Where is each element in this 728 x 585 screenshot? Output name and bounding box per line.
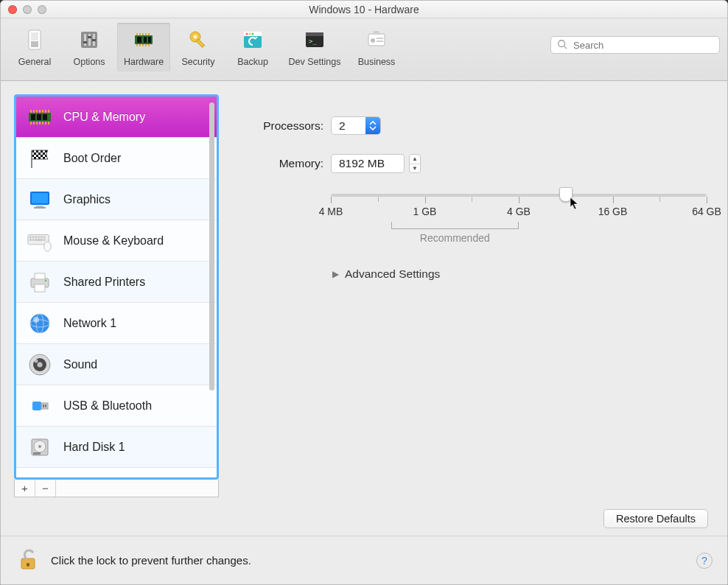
svg-rect-39	[377, 41, 383, 42]
slider-track	[331, 194, 707, 197]
globe-icon	[27, 310, 53, 337]
svg-rect-92	[41, 403, 48, 409]
svg-rect-15	[148, 33, 150, 35]
flag-icon	[27, 145, 53, 172]
svg-rect-14	[145, 33, 147, 35]
svg-rect-47	[42, 110, 43, 113]
svg-rect-51	[33, 122, 35, 125]
switch-icon	[21, 26, 49, 54]
toolbar-dev-settings[interactable]: >_ Dev Settings	[281, 23, 349, 71]
svg-rect-77	[43, 239, 46, 241]
chip-icon	[130, 26, 158, 54]
close-window-button[interactable]	[8, 5, 17, 14]
memory-field[interactable]: 8192 MB	[331, 154, 405, 173]
svg-rect-45	[36, 110, 38, 113]
sidebar-item-cpu-memory[interactable]: CPU & Memory	[16, 97, 217, 138]
sidebar-item-sound[interactable]: Sound	[16, 344, 217, 385]
processors-label: Processors:	[235, 119, 331, 133]
search-input[interactable]	[572, 39, 713, 52]
svg-rect-4	[84, 34, 86, 46]
svg-rect-73	[43, 236, 46, 238]
recommended-bracket	[391, 222, 519, 229]
usb-icon	[27, 393, 53, 419]
toolbar-label: Backup	[237, 57, 268, 67]
sidebar-item-usb-bluetooth[interactable]: USB & Bluetooth	[16, 385, 217, 427]
svg-rect-93	[43, 404, 44, 407]
svg-rect-26	[196, 39, 204, 47]
sidebar-item-label: Boot Order	[63, 152, 121, 165]
terminal-icon: >_	[301, 26, 329, 54]
remove-button[interactable]: −	[35, 480, 56, 497]
cpu-memory-panel: Processors: 2 Memory: 8192 MB ▲	[235, 94, 715, 497]
chevron-down-icon: ▼	[410, 164, 420, 173]
svg-rect-43	[30, 110, 32, 113]
disclosure-triangle-icon: ▶	[332, 269, 339, 279]
window-title: Windows 10 - Hardware	[309, 4, 419, 15]
restore-defaults-button[interactable]: Restore Defaults	[603, 509, 708, 528]
memory-stepper[interactable]: ▲ ▼	[409, 154, 421, 173]
svg-rect-23	[148, 37, 151, 43]
svg-rect-80	[35, 273, 45, 279]
search-icon	[557, 39, 567, 52]
advanced-settings-disclosure[interactable]: ▶ Advanced Settings	[332, 267, 715, 281]
zoom-window-button[interactable]	[38, 5, 46, 14]
sidebar-scrollbar[interactable]	[209, 102, 214, 472]
svg-rect-98	[33, 452, 41, 455]
toolbar-label: Security	[181, 57, 214, 67]
svg-rect-52	[36, 122, 38, 125]
sidebar-item-boot-order[interactable]: Boot Order	[16, 138, 217, 179]
svg-rect-54	[42, 122, 43, 125]
toolbar-security[interactable]: Security	[172, 23, 225, 71]
svg-rect-72	[41, 236, 43, 238]
svg-rect-71	[38, 236, 40, 238]
sidebar-item-shared-printers[interactable]: Shared Printers	[16, 262, 217, 303]
slider-thumb[interactable]	[559, 187, 573, 202]
svg-rect-38	[377, 38, 383, 39]
add-button[interactable]: +	[15, 480, 35, 497]
backup-icon	[239, 26, 267, 54]
sidebar-item-label: Mouse & Keyboard	[63, 234, 164, 248]
memory-slider[interactable]: 4 MB 1 GB 4 GB 16 GB 64 GB Recommended	[331, 194, 707, 242]
toolbar-options[interactable]: Options	[63, 23, 116, 71]
toolbar-label: Business	[358, 57, 396, 67]
processors-select[interactable]: 2	[331, 116, 381, 135]
sidebar-item-mouse-keyboard[interactable]: Mouse & Keyboard	[16, 220, 217, 262]
slider-tick-label: 4 GB	[507, 206, 531, 217]
svg-point-78	[44, 241, 51, 251]
unlocked-padlock-icon[interactable]	[15, 547, 41, 574]
sidebar-item-graphics[interactable]: Graphics	[16, 179, 217, 220]
svg-rect-53	[39, 122, 41, 125]
svg-point-31	[252, 33, 254, 35]
svg-rect-81	[35, 284, 45, 292]
svg-rect-2	[31, 41, 38, 47]
sidebar-item-label: USB & Bluetooth	[63, 399, 152, 413]
advanced-settings-label: Advanced Settings	[345, 267, 440, 281]
printer-icon	[27, 269, 53, 295]
chip-icon	[27, 104, 53, 130]
svg-rect-20	[148, 44, 150, 46]
sidebar-item-hard-disk-1[interactable]: Hard Disk 1	[16, 427, 217, 468]
svg-point-83	[30, 314, 49, 333]
recommended-label: Recommended	[420, 232, 490, 244]
svg-point-29	[246, 33, 248, 35]
svg-line-41	[564, 46, 567, 49]
slider-tick-label: 1 GB	[413, 206, 437, 217]
titlebar: Windows 10 - Hardware	[1, 1, 727, 18]
svg-text:>_: >_	[309, 38, 317, 45]
sidebar-item-label: Hard Disk 1	[63, 441, 125, 454]
window-controls	[8, 5, 46, 14]
minimize-window-button[interactable]	[23, 5, 32, 14]
search-field[interactable]	[550, 36, 720, 54]
toolbar-general[interactable]: General	[8, 23, 61, 71]
svg-rect-17	[139, 44, 141, 46]
svg-point-25	[194, 35, 197, 39]
help-button[interactable]: ?	[696, 553, 713, 569]
keyboard-icon	[27, 228, 53, 254]
toolbar-backup[interactable]: Backup	[226, 23, 279, 71]
toolbar-hardware[interactable]: Hardware	[117, 23, 170, 71]
svg-rect-1	[31, 32, 38, 41]
svg-point-40	[559, 40, 565, 46]
svg-rect-7	[83, 41, 87, 43]
sidebar-item-network-1[interactable]: Network 1	[16, 303, 217, 344]
toolbar-business[interactable]: Business	[350, 23, 403, 71]
